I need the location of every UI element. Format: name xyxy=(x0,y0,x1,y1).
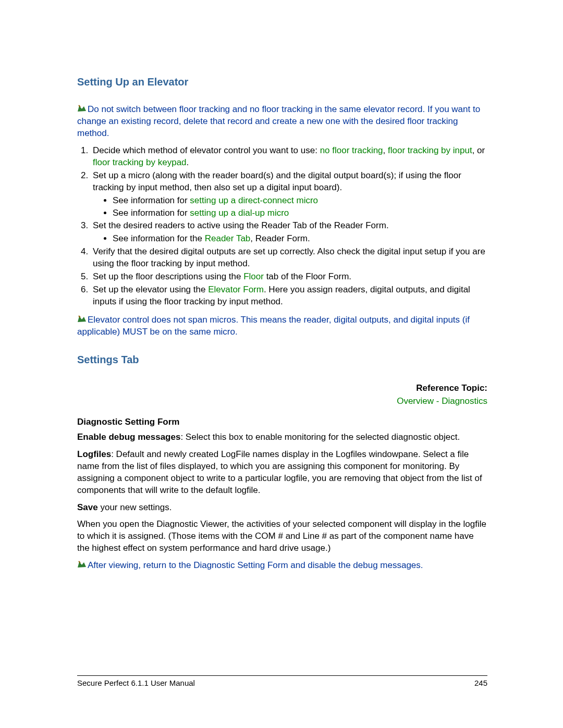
paragraph-text: : Select this box to enable monitoring f… xyxy=(180,432,460,442)
footer-page-number: 245 xyxy=(474,678,487,688)
note-icon xyxy=(77,561,87,568)
subheading-diagnostic-setting-form: Diagnostic Setting Form xyxy=(77,416,487,428)
link-no-floor-tracking[interactable]: no floor tracking xyxy=(320,145,383,155)
link-reader-tab[interactable]: Reader Tab xyxy=(205,233,251,243)
steps-list: Decide which method of elevator control … xyxy=(77,145,487,308)
step-2: Set up a micro (along with the reader bo… xyxy=(91,170,487,219)
step-text: Verify that the desired digital outputs … xyxy=(93,246,485,268)
heading-setting-up-elevator: Setting Up an Elevator xyxy=(77,75,487,89)
reference-topic-block: Reference Topic: Overview - Diagnostics xyxy=(77,381,487,408)
step-text: Set the desired readers to active using … xyxy=(93,220,389,230)
link-floor-tracking-by-keypad[interactable]: floor tracking by keypad xyxy=(93,157,187,167)
bullet-text: See information for the xyxy=(113,233,205,243)
step-2-sublist: See information for setting up a direct-… xyxy=(113,195,487,219)
note-text: After viewing, return to the Diagnostic … xyxy=(88,560,423,570)
paragraph-text: your new settings. xyxy=(98,502,172,512)
step-text: Set up the elevator using the xyxy=(93,285,208,294)
bold-enable-debug: Enable debug messages xyxy=(77,432,180,442)
step-4: Verify that the desired digital outputs … xyxy=(91,246,487,270)
note-icon xyxy=(77,105,87,112)
bullet-text: See information for xyxy=(113,208,190,218)
step-6: Set up the elevator using the Elevator F… xyxy=(91,284,487,308)
paragraph-enable-debug: Enable debug messages: Select this box t… xyxy=(77,431,487,443)
step-text: Set up the floor descriptions using the xyxy=(93,272,243,281)
note-floor-tracking-warning: Do not switch between floor tracking and… xyxy=(77,104,487,140)
paragraph-text: : Default and newly created LogFile name… xyxy=(77,449,482,495)
link-direct-connect-micro[interactable]: setting up a direct-connect micro xyxy=(190,195,318,205)
step-3: Set the desired readers to active using … xyxy=(91,220,487,245)
list-item: See information for setting up a dial-up… xyxy=(113,207,487,219)
step-text: , xyxy=(383,145,388,155)
note-text: Elevator control does not span micros. T… xyxy=(77,315,470,337)
bold-logfiles: Logfiles xyxy=(77,449,111,459)
paragraph-save: Save your new settings. xyxy=(77,502,487,514)
heading-settings-tab: Settings Tab xyxy=(77,353,487,367)
note-same-micro: Elevator control does not span micros. T… xyxy=(77,314,487,338)
link-dial-up-micro[interactable]: setting up a dial-up micro xyxy=(190,208,289,218)
step-text: tab of the Floor Form. xyxy=(264,272,351,281)
page-footer: Secure Perfect 6.1.1 User Manual 245 xyxy=(77,675,487,688)
paragraph-logfiles: Logfiles: Default and newly created LogF… xyxy=(77,449,487,497)
bullet-text: , Reader Form. xyxy=(250,233,310,243)
bold-save: Save xyxy=(77,502,98,512)
reference-topic-label: Reference Topic: xyxy=(77,381,487,395)
list-item: See information for the Reader Tab, Read… xyxy=(113,233,487,245)
step-5: Set up the floor descriptions using the … xyxy=(91,271,487,283)
link-floor-tracking-by-input[interactable]: floor tracking by input xyxy=(388,145,472,155)
note-icon xyxy=(77,315,87,323)
note-text: Do not switch between floor tracking and… xyxy=(77,104,480,138)
step-1: Decide which method of elevator control … xyxy=(91,145,487,169)
note-disable-debug: After viewing, return to the Diagnostic … xyxy=(77,560,487,572)
step-text: . xyxy=(187,157,189,167)
step-text: Set up a micro (along with the reader bo… xyxy=(93,170,461,192)
bullet-text: See information for xyxy=(113,195,190,205)
link-floor[interactable]: Floor xyxy=(243,272,264,281)
step-text: Decide which method of elevator control … xyxy=(93,145,320,155)
footer-title: Secure Perfect 6.1.1 User Manual xyxy=(77,678,195,688)
step-3-sublist: See information for the Reader Tab, Read… xyxy=(113,233,487,245)
paragraph-diagnostic-viewer: When you open the Diagnostic Viewer, the… xyxy=(77,519,487,554)
step-text: , or xyxy=(472,145,485,155)
document-page: Setting Up an Elevator Do not switch bet… xyxy=(0,0,563,728)
link-overview-diagnostics[interactable]: Overview - Diagnostics xyxy=(397,396,487,406)
list-item: See information for setting up a direct-… xyxy=(113,195,487,207)
link-elevator-form[interactable]: Elevator Form xyxy=(208,285,264,294)
